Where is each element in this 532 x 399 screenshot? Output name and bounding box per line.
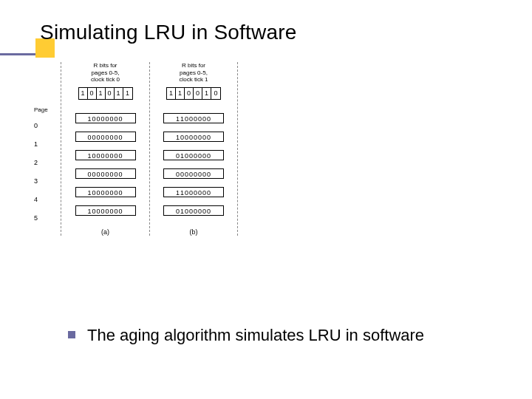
page-label-column: Page 0 1 2 3 4 5 [34, 62, 61, 231]
counter-box: 00000000 [75, 168, 136, 179]
tick-header: R bits for pages 0-5, clock tick 0 [91, 62, 120, 84]
counter-box: 10000000 [75, 205, 136, 216]
r-bit: 1 [167, 88, 176, 99]
bullet-square-icon [68, 331, 75, 338]
r-bit: 1 [202, 88, 211, 99]
tick-header: R bits for pages 0-5, clock tick 1 [179, 62, 208, 84]
counter-box: 00000000 [163, 168, 224, 179]
slide: Simulating LRU in Software Page 0 1 2 3 … [0, 0, 532, 399]
counter-box: 01000000 [163, 205, 224, 216]
r-bits-box: 1 0 1 0 1 1 [78, 87, 133, 100]
page-num: 3 [34, 176, 61, 186]
tick-column-1: R bits for pages 0-5, clock tick 1 1 1 0… [149, 62, 238, 236]
page-num: 4 [34, 194, 61, 205]
r-bit: 0 [185, 88, 194, 99]
page-title: Simulating LRU in Software [40, 21, 297, 44]
r-bits-box: 1 1 0 0 1 0 [166, 87, 221, 100]
page-num: 5 [34, 213, 61, 223]
page-num: 0 [34, 120, 61, 131]
page-num: 1 [34, 139, 61, 149]
subfigure-label: (b) [190, 228, 198, 236]
page-header-label: Page [34, 106, 61, 113]
r-bit: 1 [115, 88, 123, 99]
r-bit: 1 [79, 88, 88, 99]
counter-box: 10000000 [75, 187, 136, 197]
r-bit: 1 [176, 88, 185, 99]
page-num: 2 [34, 157, 61, 168]
counter-box: 00000000 [75, 132, 136, 142]
diagram-columns: Page 0 1 2 3 4 5 R bits for pages 0-5, c… [34, 62, 285, 236]
r-bit: 0 [106, 88, 115, 99]
page-numbers: 0 1 2 3 4 5 [34, 120, 61, 231]
counter-box: 10000000 [75, 113, 136, 123]
bullet-text: The aging algorithm simulates LRU in sof… [87, 325, 424, 346]
r-bit: 0 [194, 88, 202, 99]
r-bit: 0 [88, 88, 97, 99]
r-bit: 1 [123, 88, 132, 99]
tick-column-0: R bits for pages 0-5, clock tick 0 1 0 1… [61, 62, 149, 236]
aging-diagram: Page 0 1 2 3 4 5 R bits for pages 0-5, c… [34, 62, 285, 284]
bullet-row: The aging algorithm simulates LRU in sof… [68, 325, 482, 346]
r-bit: 1 [97, 88, 106, 99]
r-bit: 0 [211, 88, 220, 99]
counter-box: 11000000 [163, 113, 224, 123]
counter-box: 10000000 [163, 132, 224, 142]
counter-box: 10000000 [75, 150, 136, 160]
counter-box: 01000000 [163, 150, 224, 160]
subfigure-label: (a) [101, 228, 109, 236]
counter-box: 11000000 [163, 187, 224, 197]
